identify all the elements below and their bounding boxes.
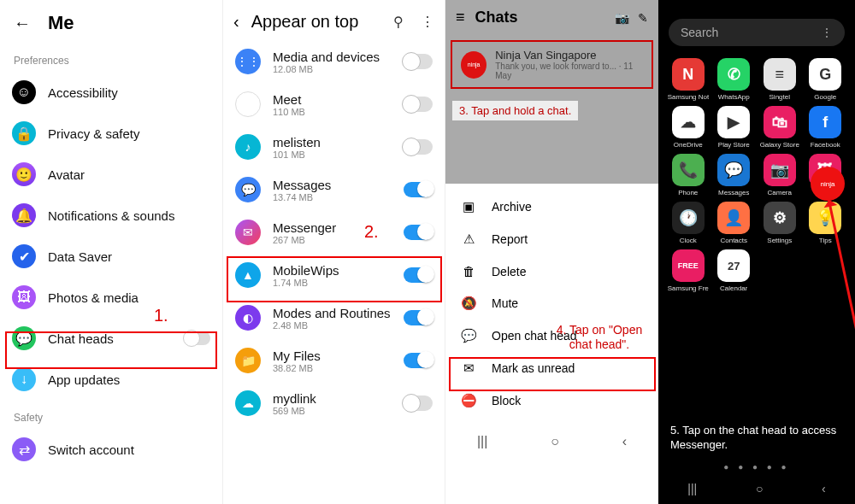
- annotation-5: 5. Tap on the chat head to access Messen…: [670, 424, 843, 453]
- app-clock[interactable]: 🕐Clock: [667, 202, 710, 244]
- app-singtel[interactable]: ≡Singtel: [758, 58, 801, 101]
- menu-archive[interactable]: ▣Archive: [445, 190, 658, 223]
- app-icon: 📷: [764, 154, 796, 186]
- messenger-chats: ≡ Chats 📷 ✎ ninja Ninja Van Singapore Th…: [445, 0, 658, 504]
- app-icon: G: [809, 58, 841, 91]
- page-indicator: ● ● ● ● ●: [658, 462, 855, 472]
- setting-data-saver[interactable]: ✔Data Saver: [0, 236, 222, 277]
- app-mydlink[interactable]: ☁mydlink569 MB: [223, 382, 445, 425]
- app-meet[interactable]: ▶Meet110 MB: [223, 83, 445, 126]
- setting-photos-media[interactable]: 🖼Photos & media: [0, 277, 222, 318]
- highlight-messenger: [227, 256, 442, 302]
- app-messages[interactable]: 💬Messages13.74 MB: [223, 168, 445, 211]
- toggle[interactable]: [404, 54, 433, 69]
- toggle[interactable]: [404, 353, 433, 368]
- app-phone[interactable]: 📞Phone: [667, 154, 710, 196]
- app-my-files[interactable]: 📁My Files38.82 MB: [223, 339, 445, 382]
- highlight-open-chat-head: [449, 357, 656, 391]
- chat-name: Ninja Van Singapore: [495, 49, 643, 62]
- app-icon: 👤: [717, 202, 750, 234]
- app-icon: 🛍: [764, 106, 796, 138]
- back-icon[interactable]: ‹: [233, 12, 239, 32]
- app-icon: ✆: [717, 58, 750, 91]
- setting-notifications[interactable]: 🔔Notifications & sounds: [0, 195, 222, 236]
- app-facebook[interactable]: fFacebook: [805, 106, 847, 149]
- app-icon: 📞: [672, 154, 705, 186]
- annotation-1: 1.: [154, 306, 168, 325]
- page-title: Me: [48, 12, 74, 34]
- annotation-4: 4. Tap on "Openchat head".: [548, 323, 651, 352]
- setting-accessibility[interactable]: ☺Accessibility: [0, 72, 222, 113]
- app-tips[interactable]: 💡Tips: [805, 202, 847, 244]
- app-icon: ☁: [672, 106, 705, 138]
- chat-head-bubble[interactable]: ninja: [811, 167, 845, 201]
- messenger-me-settings: ← Me Preferences ☺Accessibility 🔒Privacy…: [0, 0, 222, 504]
- app-contacts[interactable]: 👤Contacts: [713, 202, 756, 244]
- app-messages[interactable]: 💬Messages: [713, 154, 756, 196]
- toggle[interactable]: [404, 139, 433, 155]
- appear-on-top-settings: ‹ Appear on top ⚲ ⋮ ⋮⋮Media and devices1…: [222, 0, 445, 504]
- app-galaxy-store[interactable]: 🛍Galaxy Store: [758, 106, 801, 149]
- app-modes-and-routines[interactable]: ◐Modes and Routines2.48 MB: [223, 296, 445, 339]
- section-preferences: Preferences: [0, 43, 222, 72]
- app-icon: FREE: [672, 249, 705, 282]
- back-icon[interactable]: ←: [14, 14, 31, 33]
- app-whatsapp[interactable]: ✆WhatsApp: [713, 58, 756, 101]
- app-onedrive[interactable]: ☁OneDrive: [667, 106, 710, 149]
- app-settings[interactable]: ⚙Settings: [758, 202, 801, 244]
- more-icon[interactable]: ⋮: [421, 14, 434, 30]
- highlight-chat-heads: [5, 331, 217, 369]
- home-app-drawer: Search ⋮ NSamsung Notes✆WhatsApp≡Singtel…: [658, 0, 855, 504]
- setting-avatar[interactable]: 🙂Avatar: [0, 154, 222, 195]
- toggle[interactable]: [404, 182, 433, 197]
- app-icon: f: [809, 106, 841, 138]
- menu-delete[interactable]: 🗑Delete: [445, 255, 658, 287]
- camera-icon[interactable]: 📷: [615, 11, 629, 25]
- app-icon: ▶: [717, 106, 750, 138]
- app-google[interactable]: GGoogle: [805, 58, 847, 101]
- nav-back[interactable]: ‹: [822, 482, 826, 495]
- nav-recents[interactable]: |||: [477, 434, 487, 449]
- toggle[interactable]: [404, 310, 433, 325]
- hamburger-icon[interactable]: ≡: [456, 9, 465, 26]
- app-icon: ⚙: [764, 202, 796, 234]
- app-icon: N: [672, 58, 705, 91]
- app-melisten[interactable]: ♪melisten101 MB: [223, 126, 445, 168]
- setting-privacy[interactable]: 🔒Privacy & safety: [0, 113, 222, 154]
- search-input[interactable]: Search ⋮: [669, 19, 845, 46]
- menu-mute[interactable]: 🔕Mute: [445, 287, 658, 319]
- search-icon[interactable]: ⚲: [393, 14, 404, 30]
- annotation-2: 2.: [364, 222, 379, 242]
- menu-report[interactable]: ⚠Report: [445, 223, 658, 255]
- setting-switch-account[interactable]: ⇄Switch account: [0, 429, 222, 470]
- app-messenger[interactable]: ✉Messenger267 MB: [223, 211, 445, 254]
- app-icon: 27: [717, 249, 750, 282]
- app-samsung-notes[interactable]: NSamsung Notes: [667, 58, 710, 101]
- app-icon: 💬: [717, 154, 750, 186]
- chats-title: Chats: [475, 9, 606, 26]
- app-samsung-free[interactable]: FREESamsung Free: [667, 249, 710, 292]
- more-icon[interactable]: ⋮: [821, 26, 833, 39]
- app-camera[interactable]: 📷Camera: [758, 154, 801, 196]
- toggle[interactable]: [404, 97, 433, 112]
- nav-recents[interactable]: |||: [687, 482, 697, 495]
- android-nav: ||| ○ ‹: [658, 482, 855, 495]
- chat-preview: Thank you, we look forward to... · 11 Ma…: [495, 62, 643, 80]
- compose-icon[interactable]: ✎: [638, 11, 648, 25]
- annotation-3: 3. Tap and hold a chat.: [452, 101, 578, 120]
- section-safety: Safety: [0, 400, 222, 429]
- nav-home[interactable]: ○: [551, 434, 559, 449]
- nav-home[interactable]: ○: [756, 482, 763, 495]
- app-media-and-devices[interactable]: ⋮⋮Media and devices12.08 MB: [223, 40, 445, 83]
- page-title: Appear on top: [251, 12, 376, 32]
- chat-row[interactable]: ninja Ninja Van Singapore Thank you, we …: [451, 40, 653, 89]
- app-play-store[interactable]: ▶Play Store: [713, 106, 756, 149]
- android-nav: ||| ○ ‹: [445, 424, 658, 460]
- app-icon: ≡: [764, 58, 796, 91]
- toggle[interactable]: [404, 396, 433, 411]
- toggle[interactable]: [404, 225, 433, 240]
- app-calendar[interactable]: 27Calendar: [713, 249, 756, 292]
- chat-avatar: ninja: [461, 51, 486, 79]
- nav-back[interactable]: ‹: [622, 434, 627, 449]
- app-icon: 🕐: [672, 202, 705, 234]
